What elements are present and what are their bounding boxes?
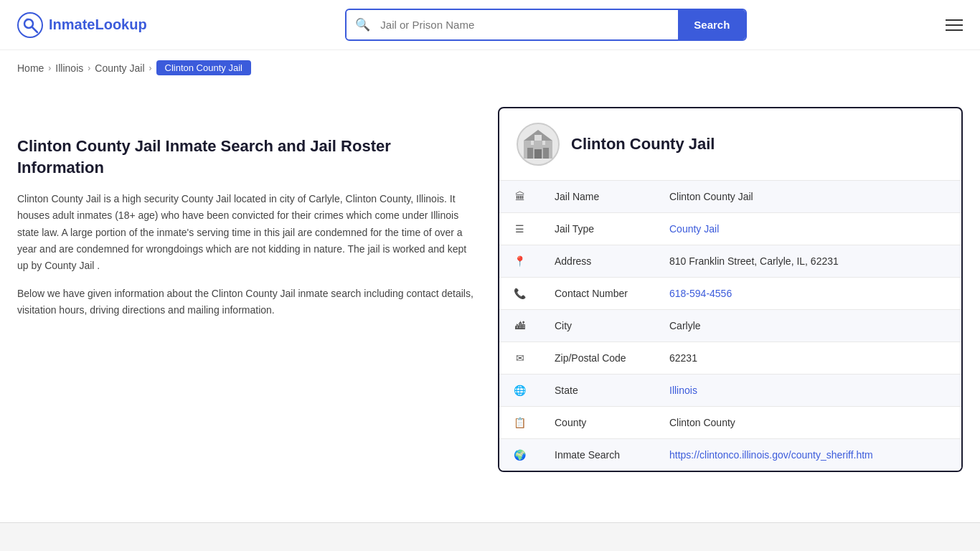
- jail-card-title: Clinton County Jail: [571, 135, 715, 154]
- row-link[interactable]: County Jail: [669, 223, 719, 235]
- svg-rect-7: [534, 149, 542, 159]
- svg-rect-6: [543, 148, 549, 159]
- row-icon: 🌍: [499, 439, 540, 471]
- chevron-icon-2: ›: [88, 63, 90, 73]
- hamburger-line3: [946, 29, 963, 31]
- breadcrumb-home[interactable]: Home: [17, 62, 44, 74]
- search-bar: 🔍 Search: [345, 9, 747, 41]
- row-icon: 🌐: [499, 375, 540, 407]
- row-label: Zip/Postal Code: [540, 342, 655, 375]
- breadcrumb-current: Clinton County Jail: [156, 60, 251, 75]
- hamburger-line1: [946, 19, 963, 21]
- row-label: Address: [540, 245, 655, 278]
- table-row: ☰Jail TypeCounty Jail: [499, 213, 961, 245]
- breadcrumb-illinois[interactable]: Illinois: [55, 62, 83, 74]
- hamburger-line2: [946, 24, 963, 26]
- search-input[interactable]: [374, 11, 669, 38]
- table-row: 📍Address810 Franklin Street, Carlyle, IL…: [499, 245, 961, 278]
- jail-card-header: Clinton County Jail: [499, 108, 961, 181]
- svg-point-3: [26, 18, 29, 21]
- menu-button[interactable]: [946, 19, 963, 31]
- row-icon: 📍: [499, 245, 540, 278]
- right-column: Clinton County Jail 🏛Jail NameClinton Co…: [498, 107, 963, 472]
- row-value: 62231: [655, 342, 961, 375]
- svg-rect-11: [542, 141, 545, 145]
- row-value: 810 Franklin Street, Carlyle, IL, 62231: [655, 245, 961, 278]
- chevron-icon-3: ›: [149, 63, 152, 73]
- main-content: Clinton County Jail Inmate Search and Ja…: [0, 85, 980, 494]
- table-row: 📞Contact Number618-594-4556: [499, 278, 961, 310]
- jail-avatar: [517, 123, 560, 166]
- chevron-icon-1: ›: [48, 63, 51, 73]
- row-value: Clinton County: [655, 407, 961, 439]
- left-column: Clinton County Jail Inmate Search and Ja…: [17, 107, 476, 472]
- row-label: Jail Type: [540, 213, 655, 245]
- logo-text: InmateLookup: [49, 17, 147, 33]
- row-value: Carlyle: [655, 310, 961, 342]
- row-link[interactable]: https://clintonco.illinois.gov/county_sh…: [669, 449, 873, 461]
- page-title: Clinton County Jail Inmate Search and Ja…: [17, 136, 476, 178]
- jail-card: Clinton County Jail 🏛Jail NameClinton Co…: [498, 107, 963, 472]
- table-row: 🌍Inmate Searchhttps://clintonco.illinois…: [499, 439, 961, 471]
- svg-point-0: [18, 13, 42, 37]
- svg-rect-9: [534, 135, 542, 141]
- row-link[interactable]: 618-594-4556: [669, 288, 732, 299]
- breadcrumb-county-jail[interactable]: County Jail: [95, 62, 144, 74]
- row-value[interactable]: 618-594-4556: [655, 278, 961, 310]
- row-icon: 🏙: [499, 310, 540, 342]
- logo-icon: [17, 12, 43, 38]
- table-row: 🏙CityCarlyle: [499, 310, 961, 342]
- table-row: ✉Zip/Postal Code62231: [499, 342, 961, 375]
- row-icon: 📞: [499, 278, 540, 310]
- row-icon: ✉: [499, 342, 540, 375]
- row-value[interactable]: County Jail: [655, 213, 961, 245]
- row-label: City: [540, 310, 655, 342]
- svg-rect-5: [527, 148, 533, 159]
- search-icon: 🔍: [355, 17, 370, 32]
- row-value[interactable]: Illinois: [655, 375, 961, 407]
- row-label: Contact Number: [540, 278, 655, 310]
- row-icon: 🏛: [499, 181, 540, 213]
- search-button[interactable]: Search: [678, 10, 745, 39]
- svg-rect-10: [531, 141, 534, 145]
- row-value[interactable]: https://clintonco.illinois.gov/county_sh…: [655, 439, 961, 471]
- row-value: Clinton County Jail: [655, 181, 961, 213]
- breadcrumb: Home › Illinois › County Jail › Clinton …: [0, 50, 980, 85]
- logo[interactable]: InmateLookup: [17, 12, 147, 38]
- row-icon: 📋: [499, 407, 540, 439]
- table-row: 📋CountyClinton County: [499, 407, 961, 439]
- description-para2: Below we have given information about th…: [17, 286, 476, 319]
- table-row: 🏛Jail NameClinton County Jail: [499, 181, 961, 213]
- table-row: 🌐StateIllinois: [499, 375, 961, 407]
- header: InmateLookup 🔍 Search: [0, 0, 980, 50]
- row-label: State: [540, 375, 655, 407]
- jail-building-icon: [520, 126, 556, 162]
- row-label: Jail Name: [540, 181, 655, 213]
- description-para1: Clinton County Jail is a high security C…: [17, 191, 476, 273]
- row-icon: ☰: [499, 213, 540, 245]
- info-table: 🏛Jail NameClinton County Jail☰Jail TypeC…: [499, 181, 961, 471]
- footer: [0, 522, 980, 551]
- row-label: Inmate Search: [540, 439, 655, 471]
- row-label: County: [540, 407, 655, 439]
- row-link[interactable]: Illinois: [669, 385, 697, 396]
